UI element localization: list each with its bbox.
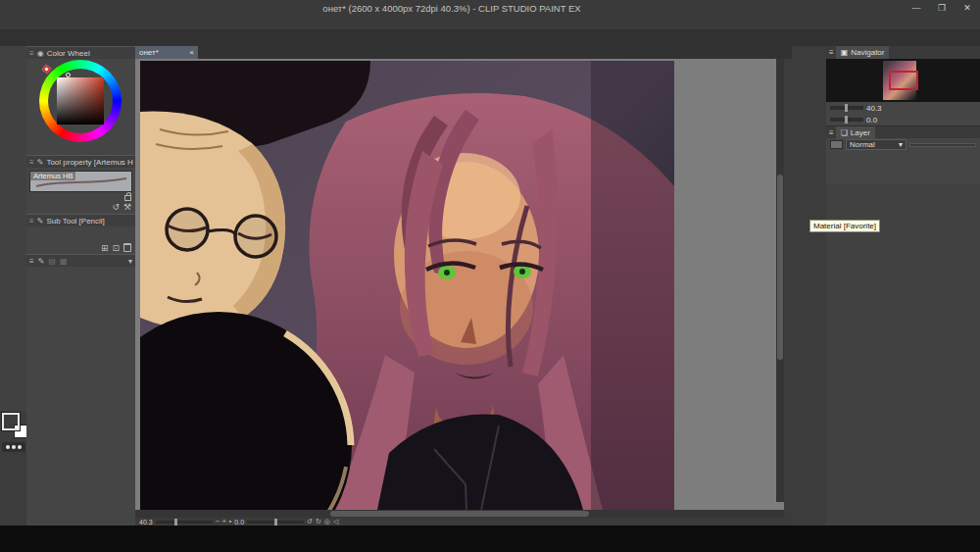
palette-color-chip[interactable]: [830, 140, 843, 149]
add-subtool-icon[interactable]: ⊞: [101, 243, 109, 253]
canvas-tab-close-icon[interactable]: ×: [189, 48, 194, 57]
navigator-zoom-value: 40.3: [866, 104, 882, 113]
tool-strip: [0, 46, 26, 411]
sub-tool-tabs: [26, 226, 135, 241]
zoom-out-icon[interactable]: −: [216, 518, 220, 526]
panel-menu-icon[interactable]: ≡: [829, 48, 834, 57]
menu-bar: [0, 16, 980, 30]
tab-navigator[interactable]: ▣ Navigator: [836, 46, 890, 59]
blend-mode-select[interactable]: Normal ▾: [846, 139, 906, 150]
navigator-zoom-slider[interactable]: [830, 106, 863, 110]
restore-defaults-icon[interactable]: ↺: [112, 202, 120, 212]
navigator-rotate-row: 0.0: [826, 114, 980, 125]
tooltip-text: Material [Favorite]: [813, 222, 876, 230]
lock-icon[interactable]: [124, 195, 131, 201]
command-bar: [0, 30, 980, 46]
sub-tool-title: Sub Tool [Pencil]: [46, 217, 104, 226]
palette-icon-2[interactable]: ▦: [60, 257, 68, 266]
zoom-in-icon[interactable]: +: [222, 518, 226, 526]
rotate-cw-icon[interactable]: ↻: [316, 518, 321, 526]
canvas-horizontal-scrollbar[interactable]: [135, 510, 784, 518]
panel-menu-icon[interactable]: ≡: [29, 217, 34, 226]
rotate-ccw-icon[interactable]: ↺: [307, 518, 313, 526]
navigator-title: Navigator: [851, 48, 884, 57]
workspace: ≡ ◉ Color Wheel ≡ ✎ Tool property [Artem…: [0, 46, 980, 526]
reset-rotation-icon[interactable]: ◎: [324, 518, 330, 526]
tool-property-title: Tool property [Artemus H: [46, 158, 132, 167]
color-wheel-header[interactable]: ≡ ◉ Color Wheel: [26, 46, 135, 59]
navigator-preview[interactable]: [826, 59, 980, 102]
layer-panel-title: Layer: [851, 128, 870, 137]
panel-menu-icon[interactable]: ≡: [29, 49, 34, 58]
chevron-down-icon: ▾: [899, 140, 903, 149]
hsv-values-row: [26, 143, 135, 155]
sub-tool-header[interactable]: ≡ ✎ Sub Tool [Pencil]: [26, 214, 135, 226]
panel-menu-icon[interactable]: ≡: [29, 158, 34, 167]
duplicate-subtool-icon[interactable]: ⊡: [112, 243, 120, 253]
window-title: онет* (2600 x 4000px 72dpi 40.3%) - CLIP…: [0, 3, 904, 14]
panel-menu-icon[interactable]: ≡: [29, 257, 34, 266]
navigator-zoom-row: 40.3: [826, 102, 980, 114]
tool-property-header[interactable]: ≡ ✎ Tool property [Artemus H: [26, 155, 135, 168]
title-bar: онет* (2600 x 4000px 72dpi 40.3%) - CLIP…: [0, 0, 980, 16]
pen-icon: ✎: [37, 158, 44, 167]
navigator-tab-bar: ≡ ▣ Navigator: [826, 46, 980, 59]
blend-mode-row: Normal ▾: [826, 138, 980, 151]
dropdown-icon[interactable]: ▾: [128, 257, 132, 266]
layer-commands-row: [826, 164, 980, 176]
layer-settings-row: [826, 151, 980, 164]
right-panel: ≡ ▣ Navigator 40.3 0.0 ≡ ❏ Layer: [826, 46, 980, 526]
close-button[interactable]: ✕: [955, 0, 980, 16]
canvas-viewport[interactable]: [135, 59, 784, 510]
delete-subtool-icon[interactable]: [123, 243, 131, 252]
canvas-zoom-slider[interactable]: [156, 521, 213, 524]
brush-size-tab-icon: ✎: [38, 257, 45, 266]
navigator-rotation-value: 0.0: [866, 116, 877, 125]
brush-preview: Artemus HB: [29, 171, 132, 192]
canvas-tab[interactable]: онет* ×: [135, 46, 198, 59]
maximize-button[interactable]: ❐: [929, 0, 955, 16]
canvas-rotation-slider[interactable]: [247, 521, 304, 524]
color-wheel-icon: ◉: [37, 49, 44, 58]
taskbar: [0, 526, 980, 552]
brush-size-header[interactable]: ≡ ✎ ▤ ▦ ▾: [26, 254, 135, 267]
minimize-button[interactable]: —: [904, 0, 929, 16]
pencil-icon: ✎: [37, 217, 44, 226]
tool-settings-icon[interactable]: ⚒: [123, 202, 131, 212]
color-history-strip[interactable]: [2, 442, 25, 452]
layer-panel-icon: ❏: [841, 128, 848, 137]
canvas-vertical-scrollbar[interactable]: [776, 59, 784, 502]
canvas-area: онет* ×: [135, 46, 792, 526]
material-strip: [801, 46, 826, 526]
layer-list: [826, 184, 980, 526]
canvas-tab-bar: онет* ×: [135, 46, 792, 59]
sv-marker[interactable]: [66, 73, 71, 77]
palette-icon-1[interactable]: ▤: [48, 257, 56, 266]
color-wheel-title: Color Wheel: [47, 49, 90, 58]
color-wheel[interactable]: [26, 59, 135, 143]
panel-menu-icon[interactable]: ≡: [829, 128, 834, 137]
canvas-status-bar: 40.3 − + ▪ 0.0 ↺ ↻ ◎ ◁: [135, 518, 792, 526]
canvas-tab-label: онет*: [139, 48, 159, 57]
navigator-icon: ▣: [841, 48, 849, 57]
foreground-color-swatch[interactable]: [2, 413, 20, 430]
saturation-value-box[interactable]: [57, 77, 104, 125]
layer-tab-bar: ≡ ❏ Layer: [826, 125, 980, 138]
canvas-zoom-value: 40.3: [139, 519, 153, 526]
blend-mode-value: Normal: [850, 140, 875, 149]
navigator-view-frame[interactable]: [889, 71, 918, 90]
opacity-slider[interactable]: [909, 143, 976, 147]
tab-layer[interactable]: ❏ Layer: [836, 126, 875, 139]
artwork: [140, 61, 674, 510]
tooltip: Material [Favorite]: [809, 220, 880, 232]
fit-screen-icon[interactable]: ▪: [229, 518, 231, 526]
canvas-rotation-value: 0.0: [234, 519, 244, 526]
navigator-rotation-slider[interactable]: [830, 118, 863, 122]
main-color-swatches[interactable]: [2, 413, 27, 438]
left-panels: ≡ ◉ Color Wheel ≡ ✎ Tool property [Artem…: [26, 46, 135, 526]
flip-horizontal-icon[interactable]: ◁: [333, 518, 338, 526]
